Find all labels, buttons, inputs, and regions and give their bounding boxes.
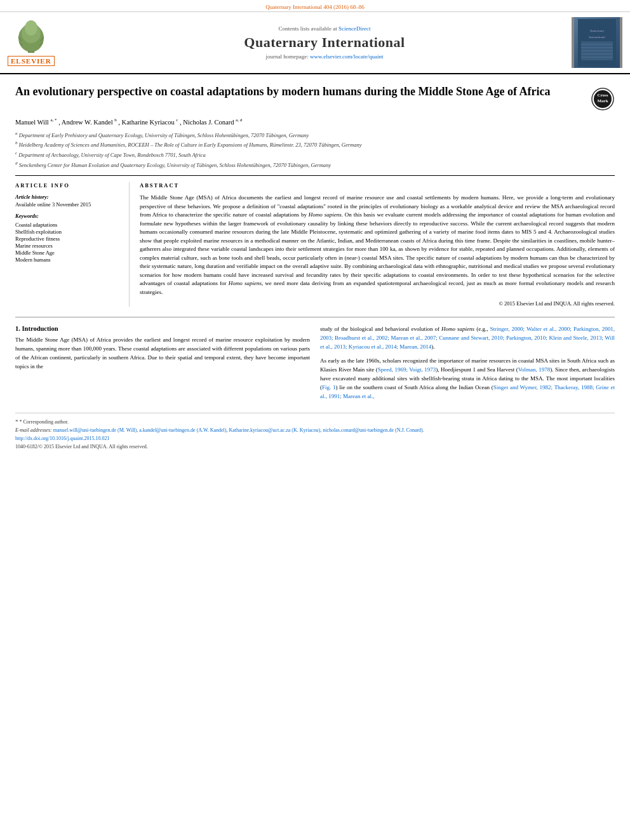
intro-paragraph-1: The Middle Stone Age (MSA) of Africa pro… bbox=[15, 336, 310, 371]
journal-title: Quaternary International bbox=[244, 34, 405, 51]
elsevier-logo: ELSEVIER bbox=[8, 19, 55, 66]
svg-text:Quaternary: Quaternary bbox=[590, 29, 605, 32]
author-manuel-will: Manuel Will bbox=[15, 119, 50, 126]
svg-text:International: International bbox=[589, 36, 605, 39]
issn-line: 1040-6182/© 2015 Elsevier Ltd and INQUA.… bbox=[15, 444, 615, 450]
author-katharine-kyriacou: Katharine Kyriacou bbox=[122, 119, 177, 126]
body-right-column: study of the biological and behavioral e… bbox=[320, 325, 615, 406]
article-title: An evolutionary perspective on coastal a… bbox=[15, 84, 584, 99]
keyword-coastal-adaptations: Coastal adaptations bbox=[15, 222, 123, 228]
journal-cover-area: Quaternary International bbox=[572, 17, 622, 68]
homepage-link[interactable]: www.elsevier.com/locate/quaint bbox=[310, 53, 383, 60]
abstract-text: The Middle Stone Age (MSA) of Africa doc… bbox=[140, 194, 615, 297]
section-divider bbox=[15, 317, 615, 317]
body-left-column: 1. Introduction The Middle Stone Age (MS… bbox=[15, 325, 310, 406]
article-info-column: ARTICLE INFO Article history: Available … bbox=[15, 182, 130, 307]
abstract-title: ABSTRACT bbox=[140, 182, 615, 189]
journal-cover-image: Quaternary International bbox=[574, 17, 620, 68]
corresponding-note: * * Corresponding author. bbox=[15, 418, 615, 425]
elsevier-wordmark: ELSEVIER bbox=[8, 56, 55, 66]
svg-point-3 bbox=[25, 20, 37, 36]
email-note: E-mail addresses: manuel.will@uni-tuebin… bbox=[15, 427, 615, 433]
author-andrew-kandel: Andrew W. Kandel bbox=[62, 119, 114, 126]
history-label: Article history: bbox=[15, 194, 123, 200]
elsevier-tree-icon bbox=[9, 19, 53, 54]
abstract-copyright: © 2015 Elsevier Ltd and INQUA. All right… bbox=[140, 300, 615, 307]
affiliation-d: d Senckenberg Center for Human Evolution… bbox=[15, 161, 615, 170]
sciencedirect-line: Contents lists available at ScienceDirec… bbox=[279, 25, 371, 32]
elsevier-logo-area: ELSEVIER bbox=[8, 17, 77, 68]
keyword-shellfish: Shellfish exploitation bbox=[15, 229, 123, 235]
keyword-modern-humans: Modern humans bbox=[15, 257, 123, 263]
svg-text:Cross: Cross bbox=[598, 93, 608, 98]
affiliation-c: c Department of Archaeology, University … bbox=[15, 150, 615, 159]
info-abstract-row: ARTICLE INFO Article history: Available … bbox=[15, 175, 615, 307]
affiliation-a: a Department of Early Prehistory and Qua… bbox=[15, 131, 615, 140]
crossmark-badge: Cross Mark bbox=[591, 87, 615, 111]
journal-header: ELSEVIER Contents lists available at Sci… bbox=[0, 12, 630, 74]
intro-paragraph-2: study of the biological and behavioral e… bbox=[320, 325, 615, 352]
cover-svg: Quaternary International bbox=[578, 19, 616, 67]
author-nicholas-conard: Nicholas J. Conard bbox=[183, 119, 236, 126]
doi-line[interactable]: http://dx.doi.org/10.1016/j.quaint.2015.… bbox=[15, 436, 615, 441]
journal-citation: Quaternary International 404 (2016) 68–8… bbox=[0, 0, 630, 12]
journal-title-area: Contents lists available at ScienceDirec… bbox=[84, 17, 565, 68]
section-1-heading: 1. Introduction bbox=[15, 325, 310, 332]
keywords-list: Coastal adaptations Shellfish exploitati… bbox=[15, 222, 123, 263]
article-body: 1. Introduction The Middle Stone Age (MS… bbox=[15, 325, 615, 406]
homepage-line: journal homepage: www.elsevier.com/locat… bbox=[266, 53, 384, 60]
keyword-reproductive: Reproductive fitness bbox=[15, 236, 123, 242]
keyword-msa: Middle Stone Age bbox=[15, 250, 123, 256]
history-value: Available online 3 November 2015 bbox=[15, 201, 123, 208]
svg-text:Mark: Mark bbox=[597, 98, 608, 103]
intro-paragraph-3: As early as the late 1960s, scholars rec… bbox=[320, 357, 615, 401]
keywords-label: Keywords: bbox=[15, 213, 123, 219]
article-info-title: ARTICLE INFO bbox=[15, 182, 123, 189]
affiliations-block: a Department of Early Prehistory and Qua… bbox=[15, 131, 615, 170]
abstract-column: ABSTRACT The Middle Stone Age (MSA) of A… bbox=[140, 182, 615, 307]
main-content: An evolutionary perspective on coastal a… bbox=[0, 74, 630, 460]
article-title-section: An evolutionary perspective on coastal a… bbox=[15, 84, 615, 111]
crossmark-icon: Cross Mark bbox=[591, 87, 615, 111]
article-footer: * * Corresponding author. E-mail address… bbox=[15, 413, 615, 450]
affiliation-b: b Heidelberg Academy of Sciences and Hum… bbox=[15, 140, 615, 149]
sciencedirect-link[interactable]: ScienceDirect bbox=[338, 25, 370, 32]
keyword-marine: Marine resources bbox=[15, 243, 123, 249]
authors-line: Manuel Will a, * , Andrew W. Kandel b , … bbox=[15, 117, 615, 126]
